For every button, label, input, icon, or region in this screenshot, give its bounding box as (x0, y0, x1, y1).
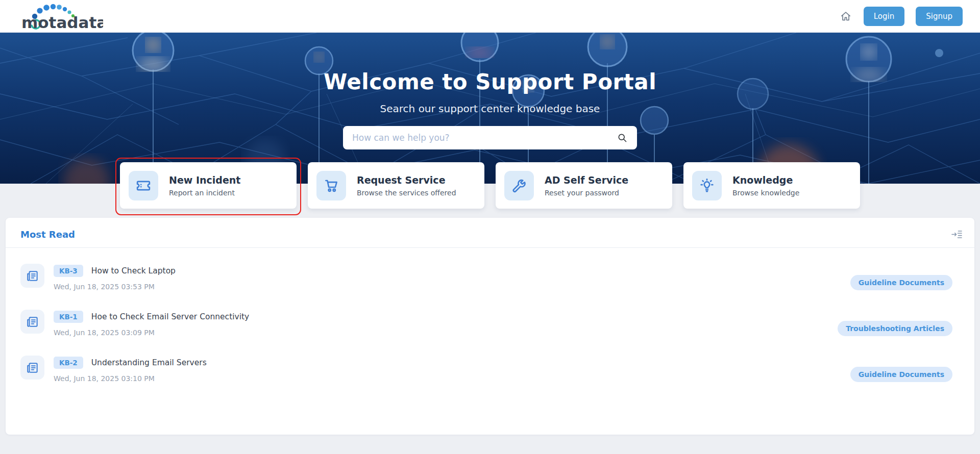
card-subtitle: Report an incident (169, 189, 240, 197)
article-icon (20, 310, 44, 334)
motadata-logo[interactable]: motadata (20, 3, 103, 30)
search-icon[interactable] (616, 131, 629, 144)
kb-article-row[interactable]: KB-1 Hoe to Check Email Server Connectiv… (20, 301, 960, 347)
search-input[interactable] (352, 133, 616, 143)
signup-button[interactable]: Signup (916, 7, 963, 26)
hero-banner: Welcome to Support Portal Search our sup… (0, 33, 980, 184)
logo-text: motadata (21, 13, 103, 30)
card-subtitle: Browse the services offered (357, 189, 456, 197)
kb-article-row[interactable]: KB-2 Understanding Email Servers Wed, Ju… (20, 347, 960, 393)
kb-id-badge: KB-3 (54, 265, 83, 277)
card-title: AD Self Service (545, 174, 628, 186)
hero-title: Welcome to Support Portal (0, 69, 980, 94)
article-date: Wed, Jun 18, 2025 03:09 PM (54, 329, 249, 337)
article-title[interactable]: Hoe to Check Email Server Connectivity (91, 312, 250, 321)
collapse-list-icon[interactable] (951, 230, 962, 239)
ticket-icon (129, 171, 158, 200)
article-icon (20, 264, 44, 288)
card-knowledge[interactable]: Knowledge Browse knowledge (683, 162, 860, 209)
top-header: motadata Login Signup (0, 0, 980, 33)
card-request-service[interactable]: Request Service Browse the services offe… (308, 162, 484, 209)
card-subtitle: Reset your password (545, 189, 628, 197)
article-category-tag[interactable]: Troubleshooting Articles (838, 321, 952, 336)
kb-article-row[interactable]: KB-3 How to Check Laptop Wed, Jun 18, 20… (20, 255, 960, 301)
motadata-logo-icon: motadata (20, 3, 103, 30)
card-title: New Incident (169, 174, 240, 186)
card-ad-self-service[interactable]: AD Self Service Reset your password (496, 162, 672, 209)
card-title: Knowledge (732, 174, 799, 186)
article-category-tag[interactable]: Guideline Documents (850, 275, 952, 290)
card-new-incident[interactable]: New Incident Report an incident (120, 162, 297, 209)
cart-icon (316, 171, 346, 200)
login-button[interactable]: Login (864, 7, 904, 26)
most-read-title: Most Read (20, 229, 75, 240)
card-subtitle: Browse knowledge (732, 189, 799, 197)
card-title: Request Service (357, 174, 456, 186)
article-title[interactable]: Understanding Email Servers (91, 358, 207, 367)
search-bar[interactable] (343, 126, 637, 149)
bulb-icon (692, 171, 722, 200)
article-date: Wed, Jun 18, 2025 03:10 PM (54, 374, 207, 383)
home-icon[interactable] (839, 10, 852, 23)
article-date: Wed, Jun 18, 2025 03:53 PM (54, 283, 176, 291)
article-icon (20, 356, 44, 380)
article-category-tag[interactable]: Guideline Documents (850, 367, 952, 382)
article-title[interactable]: How to Check Laptop (91, 266, 176, 275)
quick-actions-row: New Incident Report an incident Request … (120, 162, 860, 209)
kb-id-badge: KB-2 (54, 357, 83, 369)
most-read-panel: Most Read KB-3 How to Check Laptop (6, 218, 974, 435)
hero-subtitle: Search our support center knowledge base (0, 103, 980, 115)
wrench-icon (504, 171, 534, 200)
kb-id-badge: KB-1 (54, 311, 83, 323)
